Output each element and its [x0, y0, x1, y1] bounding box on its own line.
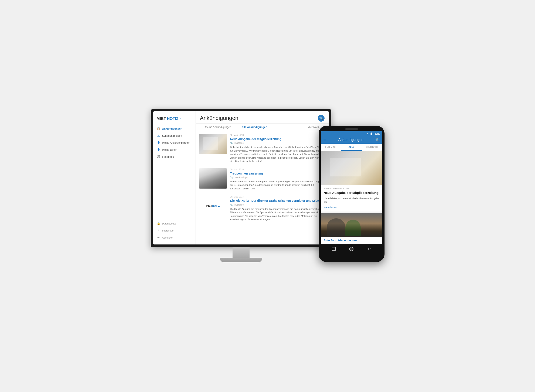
sidebar-item-abmelden-label: Abmelden: [162, 236, 173, 239]
attachment-icon-3: 📎: [230, 204, 233, 206]
phone-content: 01.03.2018 von Happy Titus Neue Ausgabe …: [321, 151, 382, 237]
article-date-1: 10. März 2018: [230, 134, 326, 136]
nav-bottom: 🔒 Datenschutz § Impressum ⬅ Abmelden: [153, 218, 195, 241]
article-meta-2: 📎 keine Anhänge: [230, 176, 326, 179]
monitor-screen-border: MIETNOTIZ ⌂ 📋 Ankündigungen ⚠ Schaden me…: [151, 109, 331, 247]
main-header: Ankündigungen 🔍: [196, 111, 329, 124]
article-text-3: Die Mobile App und die ergänzenden Webap…: [230, 207, 326, 221]
sidebar-item-ansprechpartner[interactable]: 👤 Meine Ansprechpartner: [153, 139, 195, 146]
nav-section: 📋 Ankündigungen ⚠ Schaden melden 👤 Meine…: [153, 125, 195, 218]
article-title-3: Die MietNotiz - Der direkter Draht zwisc…: [230, 199, 326, 203]
sidebar-item-datenschutz[interactable]: 🔒 Datenschutz: [153, 220, 195, 227]
phone-card-meta-1: 01.03.2018 von Happy Titus: [324, 187, 379, 189]
list-item[interactable]: 01.03.2018 von Happy Titus Neue Ausgabe …: [321, 151, 382, 211]
phone-status-bar: ▲ ▐ ▊ 12:30: [321, 131, 382, 136]
tab-alle[interactable]: Alle Ankündigungen: [236, 124, 272, 131]
article-meta-3: 📎 4 Anhänge: [230, 204, 326, 206]
table-row[interactable]: 10. März 2018 Neue Ausgabe der Mitgliede…: [196, 131, 329, 166]
phone-signal-icons: ▲ ▐ ▊: [367, 133, 373, 135]
article-thumb-2: [199, 168, 227, 189]
attachment-icon-1: 📎: [230, 142, 233, 144]
list-item[interactable]: [321, 213, 382, 237]
phone-tab-fur-mich[interactable]: FÜR MICH: [321, 144, 341, 151]
article-date-2: 10. März 2018: [230, 168, 326, 171]
phone-newspaper-image: [321, 151, 382, 185]
sidebar-item-abmelden[interactable]: ⬅ Abmelden: [153, 234, 195, 241]
phone-back-button[interactable]: ↩: [366, 246, 372, 252]
table-row[interactable]: 10. März 2018 Treppenhaussanierung 📎 kei…: [196, 166, 329, 193]
sidebar-item-ankundigungen[interactable]: 📋 Ankündigungen: [153, 125, 195, 132]
article-date-3: 10. März 2018: [230, 196, 326, 198]
schaden-icon: ⚠: [157, 134, 160, 137]
impressum-icon: §: [157, 229, 160, 232]
phone-card-body-1: 01.03.2018 von Happy Titus Neue Ausgabe …: [321, 185, 382, 211]
sidebar-item-feedback-label: Feedback: [162, 155, 174, 158]
phone-tab-alle[interactable]: ALLE: [341, 144, 362, 151]
phone-home-button[interactable]: [348, 246, 354, 252]
sidebar-item-feedback[interactable]: 💬 Feedback: [153, 153, 195, 160]
article-thumb-3: MIETNOTIZ: [199, 196, 227, 216]
phone-recents-button[interactable]: [331, 246, 337, 252]
phone-card-image-2: [321, 213, 382, 237]
phone-card-image-1: [321, 151, 382, 185]
abmelden-icon: ⬅: [157, 236, 160, 239]
sidebar-item-ansprechpartner-label: Meine Ansprechpartner: [162, 141, 190, 144]
table-row[interactable]: MIETNOTIZ 10. März 2018 Die MietNotiz - …: [196, 193, 329, 224]
phone-screen: ▲ ▐ ▊ 12:30 ☰ Ankündigungen 🔍 FÜR MICH A…: [321, 131, 382, 244]
phone-bikes-image: [321, 213, 382, 237]
articles-list: 10. März 2018 Neue Ausgabe der Mitgliede…: [196, 131, 329, 244]
phone-card-text-1: Liebe Mieter, ab heute ist wieder die ne…: [324, 197, 379, 204]
article-body-1: 10. März 2018 Neue Ausgabe der Mitgliede…: [230, 134, 326, 163]
logo-notiz: NOTIZ: [167, 117, 179, 121]
phone-weiterlesen-link[interactable]: weiterlesen: [324, 206, 379, 209]
sidebar-item-datenschutz-label: Datenschutz: [162, 222, 176, 225]
article-thumb-1: [199, 134, 227, 154]
logo-house-icon: ⌂: [180, 117, 181, 121]
phone-bottom-teaser-title: Bitte Fahrräder entfernen: [324, 239, 379, 242]
desktop-monitor: MIETNOTIZ ⌂ 📋 Ankündigungen ⚠ Schaden me…: [151, 109, 331, 262]
search-button[interactable]: 🔍: [318, 115, 325, 121]
article-title-1: Neue Ausgabe der Mitgliederzeitung: [230, 137, 326, 141]
page-title: Ankündigungen: [200, 115, 238, 121]
article-title-2: Treppenhaussanierung: [230, 172, 326, 175]
stairwell-thumbnail: [199, 168, 227, 189]
scene: MIETNOTIZ ⌂ 📋 Ankündigungen ⚠ Schaden me…: [151, 109, 385, 283]
logo: MIETNOTIZ ⌂: [153, 115, 195, 125]
home-icon: [349, 247, 354, 251]
sidebar-item-ankundigungen-label: Ankündigungen: [162, 127, 182, 130]
tabs-bar: Meine Ankündigungen Alle Ankündigungen M…: [196, 124, 329, 131]
phone-bottom-teaser: Bitte Fahrräder entfernen: [321, 237, 382, 244]
sidebar-item-impressum-label: Impressum: [162, 229, 174, 232]
wifi-icon: ▲: [367, 133, 369, 135]
datenschutz-icon: 🔒: [157, 222, 160, 225]
monitor-stand-neck: [233, 247, 250, 258]
thumb-logo-miet: MIET: [206, 204, 212, 207]
status-time: 12:30: [375, 133, 380, 135]
thumb-logo-notiz: NOTIZ: [212, 204, 220, 207]
article-body-2: 10. März 2018 Treppenhaussanierung 📎 kei…: [230, 168, 326, 191]
mobile-phone: ▲ ▐ ▊ 12:30 ☰ Ankündigungen 🔍 FÜR MICH A…: [319, 126, 385, 262]
phone-menu-icon[interactable]: ☰: [323, 138, 326, 142]
ankundigungen-icon: 📋: [157, 127, 160, 130]
phone-search-icon[interactable]: 🔍: [375, 138, 380, 142]
search-icon: 🔍: [319, 117, 323, 120]
newspaper-thumbnail: [199, 134, 227, 154]
phone-tabs: FÜR MICH ALLE MIETNOTIZ: [321, 144, 382, 151]
phone-card-title-1: Neue Ausgabe der Mitgliederzeitung: [324, 191, 379, 195]
attachment-icon-2: 📎: [230, 176, 233, 179]
logo-miet: MIET: [157, 117, 166, 121]
tab-meine[interactable]: Meine Ankündigungen: [200, 124, 237, 131]
sidebar-item-schaden-label: Schaden melden: [162, 134, 182, 137]
sidebar-item-impressum[interactable]: § Impressum: [153, 227, 195, 234]
main-content: Ankündigungen 🔍 Meine Ankündigungen Alle…: [196, 111, 329, 244]
phone-app-title: Ankündigungen: [338, 138, 363, 142]
article-text-2: Liebe Mieter, die bereits Anfang des Jah…: [230, 180, 326, 191]
daten-icon: 👤: [157, 148, 160, 151]
sidebar-item-schaden-melden[interactable]: ⚠ Schaden melden: [153, 132, 195, 139]
article-text-1: Liebe Mieter, ab heute ist wieder die ne…: [230, 145, 326, 163]
sidebar: MIETNOTIZ ⌂ 📋 Ankündigungen ⚠ Schaden me…: [153, 111, 196, 244]
sidebar-item-meine-daten[interactable]: 👤 Meine Daten: [153, 146, 195, 153]
phone-tab-mietnotiz[interactable]: MIETNOTIZ: [362, 144, 382, 151]
ansprechpartner-icon: 👤: [157, 141, 160, 144]
article-meta-1: 📎 4 Anhänge: [230, 142, 326, 144]
